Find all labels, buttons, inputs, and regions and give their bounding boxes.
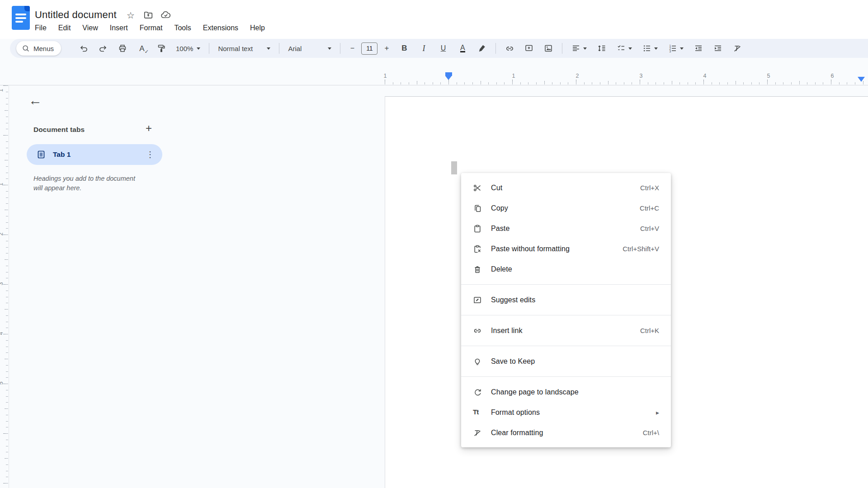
bold-button[interactable]: B [396, 41, 413, 56]
cloud-status-icon[interactable] [160, 10, 171, 20]
lightbulb-icon [473, 357, 482, 366]
tab-document-icon [37, 150, 46, 159]
chevron-down-icon [267, 47, 270, 50]
context-item-insert-link[interactable]: Insert link Ctrl+K [461, 320, 671, 341]
tab-options-icon[interactable]: ⋮ [144, 150, 156, 160]
context-item-save-to-keep[interactable]: Save to Keep [461, 351, 671, 371]
clear-formatting-icon [473, 428, 482, 437]
decrease-font-size-button[interactable]: − [345, 41, 359, 56]
chevron-down-icon [654, 47, 658, 50]
scissors-icon [473, 183, 482, 192]
insert-image-button[interactable] [540, 41, 557, 56]
insert-link-button[interactable] [501, 41, 518, 56]
horizontal-ruler[interactable]: 1 1 2 3 4 5 6 [385, 71, 868, 85]
search-icon [22, 44, 30, 52]
rotate-page-icon [473, 388, 482, 397]
right-indent-marker[interactable] [858, 77, 865, 82]
star-icon[interactable]: ☆ [127, 10, 135, 21]
clipboard-no-format-icon [473, 244, 482, 253]
context-item-cut[interactable]: Cut Ctrl+X [461, 178, 671, 198]
headings-hint: Headings you add to the document will ap… [33, 174, 135, 193]
tab-item-tab1[interactable]: Tab 1 ⋮ [27, 144, 162, 165]
menu-edit[interactable]: Edit [58, 22, 71, 34]
first-line-indent-marker[interactable] [445, 72, 452, 76]
text-color-button[interactable]: A [454, 41, 471, 56]
context-item-paste[interactable]: Paste Ctrl+V [461, 218, 671, 239]
decrease-indent-button[interactable] [690, 41, 707, 56]
menu-divider [461, 284, 671, 285]
menu-help[interactable]: Help [250, 22, 265, 34]
font-size-input[interactable] [361, 42, 377, 55]
panel-heading: Document tabs [33, 126, 85, 134]
chevron-down-icon [197, 47, 200, 50]
suggest-edits-icon [473, 296, 482, 305]
menu-divider [461, 376, 671, 377]
bulleted-list-button[interactable] [638, 41, 662, 56]
clipboard-icon [473, 224, 482, 233]
context-item-paste-without-formatting[interactable]: Paste without formatting Ctrl+Shift+V [461, 239, 671, 259]
chevron-down-icon [628, 47, 632, 50]
svg-text:3: 3 [670, 50, 671, 53]
context-item-change-page-to-landscape[interactable]: Change page to landscape [461, 382, 671, 402]
numbered-list-button[interactable]: 1 2 3 [664, 41, 688, 56]
undo-button[interactable] [75, 41, 92, 56]
highlight-color-button[interactable] [473, 41, 491, 56]
submenu-arrow-icon: ▸ [656, 409, 659, 416]
tab-label: Tab 1 [53, 150, 144, 159]
menu-divider [461, 315, 671, 315]
context-item-delete[interactable]: Delete [461, 259, 671, 279]
menu-tools[interactable]: Tools [174, 22, 191, 34]
font-family-select[interactable]: Arial [284, 41, 335, 56]
clear-formatting-button[interactable] [729, 41, 746, 56]
context-menu: Cut Ctrl+X Copy Ctrl+C Paste Ctrl+V [461, 173, 671, 447]
menu-divider [461, 346, 671, 346]
increase-font-size-button[interactable]: + [380, 41, 393, 56]
menu-format[interactable]: Format [140, 22, 163, 34]
chevron-down-icon [328, 47, 331, 50]
zoom-select[interactable]: 100% [172, 41, 204, 56]
menu-view[interactable]: View [82, 22, 98, 34]
context-item-clear-formatting[interactable]: Clear formatting Ctrl+\ [461, 422, 671, 443]
context-item-copy[interactable]: Copy Ctrl+C [461, 198, 671, 218]
context-item-format-options[interactable]: Tt Format options ▸ [461, 402, 671, 422]
document-title[interactable]: Untitled document [35, 9, 117, 21]
google-docs-app: Untitled document ☆ File Edit View Inser… [0, 0, 868, 488]
print-button[interactable] [114, 41, 131, 56]
redo-button[interactable] [94, 41, 112, 56]
checklist-button[interactable] [613, 41, 636, 56]
copy-icon [473, 204, 482, 213]
add-tab-button[interactable]: + [142, 122, 156, 136]
left-indent-marker[interactable] [445, 72, 452, 80]
app-header: Untitled document ☆ File Edit View Inser… [0, 0, 868, 39]
link-icon [473, 326, 482, 335]
trash-icon [473, 265, 482, 274]
add-comment-button[interactable] [520, 41, 538, 56]
context-item-suggest-edits[interactable]: Suggest edits [461, 290, 671, 310]
increase-indent-button[interactable] [709, 41, 726, 56]
italic-button[interactable]: I [415, 41, 432, 56]
text-cursor [451, 161, 457, 174]
chevron-down-icon [583, 47, 587, 50]
docs-logo[interactable] [12, 6, 30, 30]
chevron-down-icon [680, 47, 684, 50]
menus-search-button[interactable]: Menus [16, 41, 61, 56]
format-options-icon: Tt [473, 408, 482, 417]
align-button[interactable] [567, 41, 591, 56]
close-panel-button[interactable]: ← [28, 94, 42, 107]
toolbar: Menus A ✓ 100% [10, 39, 868, 58]
move-folder-icon[interactable] [143, 10, 153, 20]
line-spacing-button[interactable] [593, 41, 610, 56]
menu-bar: File Edit View Insert Format Tools Exten… [35, 22, 265, 34]
vertical-ruler[interactable]: 1 1 2 3 4 5 [0, 85, 9, 488]
paragraph-style-select[interactable]: Normal text [214, 41, 274, 56]
underline-button[interactable]: U [434, 41, 452, 56]
paint-format-button[interactable] [153, 41, 170, 56]
docs-logo-fold [24, 6, 30, 11]
spell-check-button[interactable]: A ✓ [133, 41, 151, 56]
menus-label: Menus [33, 45, 54, 52]
document-tabs-panel: ← Document tabs + Tab 1 ⋮ Headings you a… [9, 85, 385, 488]
menu-insert[interactable]: Insert [110, 22, 128, 34]
menu-file[interactable]: File [35, 22, 47, 34]
menu-extensions[interactable]: Extensions [203, 22, 238, 34]
